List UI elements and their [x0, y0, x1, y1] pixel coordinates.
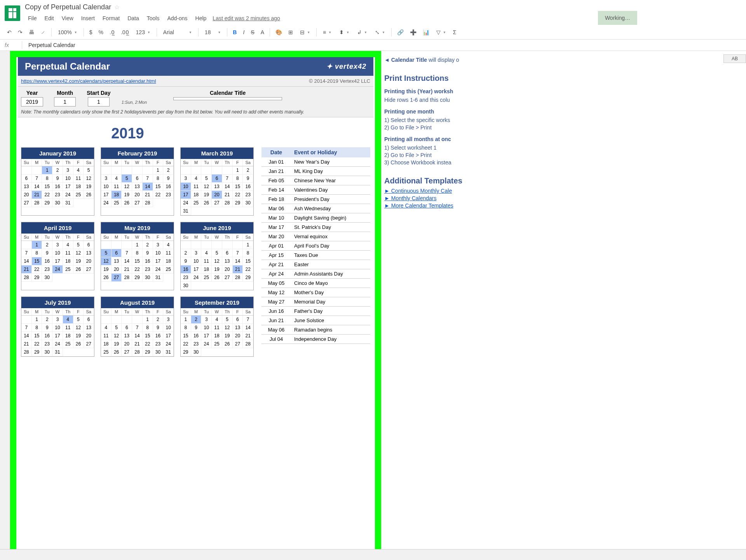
insert-chart-button[interactable]: 📊	[420, 28, 432, 37]
italic-button[interactable]: I	[241, 28, 247, 37]
menu-data[interactable]: Data	[124, 14, 142, 23]
event-row[interactable]: Apr 15Taxes Due	[261, 251, 370, 260]
event-row[interactable]: Jun 16Father's Day	[261, 307, 370, 316]
caltitle-input[interactable]	[173, 97, 282, 100]
vertical-align-button[interactable]: ⬍▼	[336, 28, 352, 37]
working-status: Working…	[598, 11, 637, 25]
year-heading: 2019	[18, 117, 237, 147]
event-row[interactable]: Jun 21June Solstice	[261, 316, 370, 325]
more-formats-button[interactable]: 123▼	[133, 28, 153, 37]
menu-edit[interactable]: Edit	[42, 14, 57, 23]
zoom-select[interactable]: 100%▼	[55, 28, 80, 37]
event-row[interactable]: May 06Ramadan begins	[261, 325, 370, 335]
sheet-tabs[interactable]	[0, 549, 746, 557]
event-row[interactable]: May 05Cinco de Mayo	[261, 279, 370, 288]
insert-link-button[interactable]: 🔗	[395, 28, 406, 37]
month-calendar: January 2019SuMTuWThFSa12345678910111213…	[21, 147, 94, 216]
sheets-logo-icon[interactable]	[5, 5, 20, 21]
filter-button[interactable]: ▽▼	[433, 28, 449, 37]
year-label: Year	[26, 90, 38, 96]
event-row[interactable]: Mar 06Ash Wednesday	[261, 204, 370, 213]
note-text: Note: The monthly calendars only show th…	[18, 108, 373, 117]
event-row[interactable]: Mar 20Vernal equinox	[261, 232, 370, 241]
event-row[interactable]: Jan 01New Year's Day	[261, 157, 370, 167]
toolbar: ↶ ↷ 🖶 ⟋ 100%▼ $ % .0̲ .00̲ 123▼ Arial▼ 1…	[0, 25, 746, 40]
months-grid: January 2019SuMTuWThFSa12345678910111213…	[21, 147, 254, 357]
event-row[interactable]: Apr 24Admin Assistants Day	[261, 269, 370, 279]
redo-button[interactable]: ↷	[16, 28, 25, 37]
text-wrap-button[interactable]: ↲▼	[354, 28, 370, 37]
menu-file[interactable]: File	[25, 14, 40, 23]
star-icon[interactable]: ☆	[114, 3, 120, 11]
currency-button[interactable]: $	[87, 28, 95, 37]
font-select[interactable]: Arial▼	[160, 28, 195, 37]
undo-button[interactable]: ↶	[5, 28, 14, 37]
text-rotation-button[interactable]: ⤡▼	[372, 28, 388, 37]
formula-bar[interactable]: fx Perpetual Calendar	[0, 40, 746, 51]
document-title[interactable]: Copy of Perpetual Calendar	[25, 3, 111, 11]
template-link-2[interactable]: ► Monthly Calendars	[384, 195, 743, 201]
row-headers[interactable]	[0, 51, 10, 557]
calendar-title: Perpetual Calendar	[25, 61, 110, 72]
horizontal-align-button[interactable]: ≡▼	[320, 28, 335, 37]
event-row[interactable]: Jul 04Independence Day	[261, 335, 370, 344]
event-row[interactable]: May 27Memorial Day	[261, 297, 370, 307]
events-table: Date Event or Holiday Jan 01New Year's D…	[261, 147, 370, 357]
startday-help: 1:Sun, 2:Mon	[122, 100, 147, 105]
calendar-url-link[interactable]: https://www.vertex42.com/calendars/perpe…	[21, 78, 156, 84]
menu-format[interactable]: Format	[99, 14, 123, 23]
event-row[interactable]: Mar 10Daylight Saving (begin)	[261, 213, 370, 223]
events-event-header: Event or Holiday	[291, 147, 370, 157]
fx-icon: fx	[5, 42, 12, 48]
fill-color-button[interactable]: 🎨	[273, 28, 284, 37]
caltitle-label: Calendar Title	[210, 90, 246, 96]
merge-cells-button[interactable]: ⊟▼	[297, 28, 313, 37]
text-color-button[interactable]: A	[258, 28, 267, 37]
events-date-header: Date	[261, 147, 291, 157]
event-row[interactable]: Apr 01April Fool's Day	[261, 241, 370, 251]
menu-tools[interactable]: Tools	[144, 14, 163, 23]
startday-input[interactable]: 1	[88, 97, 110, 106]
event-row[interactable]: May 12Mother's Day	[261, 288, 370, 297]
event-row[interactable]: Feb 05Chinese New Year	[261, 176, 370, 185]
borders-button[interactable]: ⊞	[286, 28, 295, 37]
menu-add-ons[interactable]: Add-ons	[164, 14, 190, 23]
vertex-logo: ✦ vertex42	[326, 62, 366, 71]
sheet-content[interactable]: Perpetual Calendar ✦ vertex42 https://ww…	[16, 57, 375, 550]
increase-decimal-button[interactable]: .00̲	[119, 28, 131, 37]
print-button[interactable]: 🖶	[26, 28, 37, 37]
sidebar-instructions: ◄ Calendar Title will display o Print In…	[381, 51, 746, 557]
year-input[interactable]: 2019	[21, 97, 43, 106]
insert-comment-button[interactable]: ➕	[408, 28, 419, 37]
menu-help[interactable]: Help	[192, 14, 210, 23]
month-calendar: July 2019SuMTuWThFSa12345678910111213141…	[21, 297, 94, 357]
selection-frame: Perpetual Calendar ✦ vertex42 https://ww…	[10, 51, 381, 557]
menu-insert[interactable]: Insert	[78, 14, 98, 23]
month-calendar: April 2019SuMTuWThFSa1234567891011121314…	[21, 222, 94, 290]
event-row[interactable]: Feb 18President's Day	[261, 195, 370, 204]
strikethrough-button[interactable]: S	[248, 28, 256, 37]
copyright-text: © 2014-2019 Vertex42 LLC	[309, 78, 370, 84]
event-row[interactable]: Mar 17St. Patrick's Day	[261, 223, 370, 232]
font-size-select[interactable]: 18▼	[202, 28, 224, 37]
event-row[interactable]: Jan 21ML King Day	[261, 167, 370, 176]
month-calendar: September 2019SuMTuWThFSa123456789101112…	[180, 297, 254, 357]
month-input[interactable]: 1	[54, 97, 76, 106]
template-link-1[interactable]: ► Continuous Monthly Cale	[384, 188, 743, 194]
template-link-3[interactable]: ► More Calendar Templates	[384, 202, 743, 209]
month-calendar: June 2019SuMTuWThFSa12345678910111213141…	[180, 222, 254, 290]
bold-button[interactable]: B	[230, 28, 239, 37]
month-calendar: August 2019SuMTuWThFSa123456789101112131…	[101, 297, 174, 357]
month-calendar: May 2019SuMTuWThFSa123456789101112131415…	[101, 222, 174, 290]
print-instructions-title: Print Instructions	[384, 74, 743, 83]
last-edit-link[interactable]: Last edit was 2 minutes ago	[213, 15, 280, 21]
menu-view[interactable]: View	[59, 14, 77, 23]
functions-button[interactable]: Σ	[451, 28, 459, 37]
decrease-decimal-button[interactable]: .0̲	[107, 28, 117, 37]
event-row[interactable]: Apr 21Easter	[261, 260, 370, 269]
formula-content[interactable]: Perpetual Calendar	[28, 42, 75, 48]
paint-format-button[interactable]: ⟋	[38, 28, 48, 37]
percent-button[interactable]: %	[96, 28, 106, 37]
month-calendar: March 2019SuMTuWThFSa1234567891011121314…	[180, 147, 254, 216]
event-row[interactable]: Feb 14Valentines Day	[261, 185, 370, 195]
